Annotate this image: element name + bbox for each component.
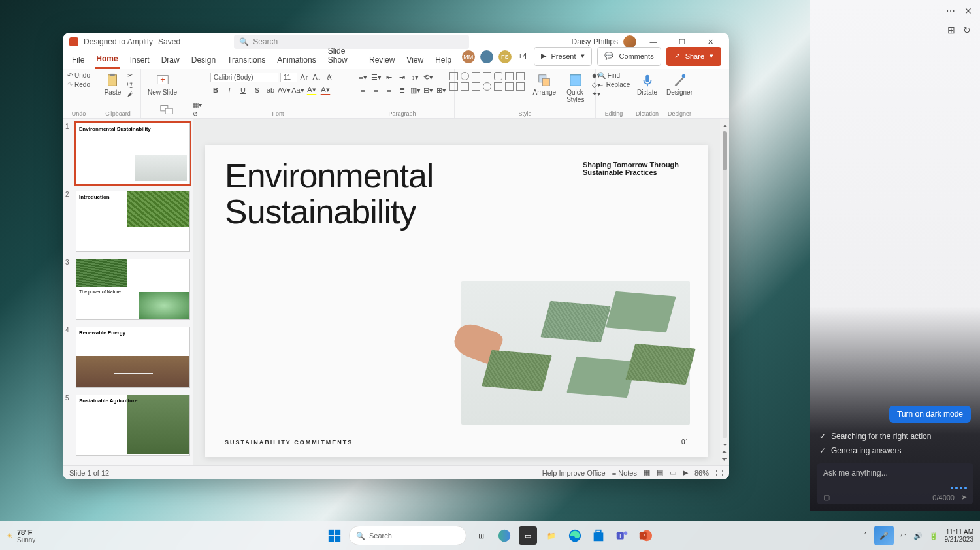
current-slide[interactable]: Environmental Sustainability Shaping Tom… <box>205 145 708 457</box>
clock[interactable]: 11:11 AM 9/21/2023 <box>945 528 974 543</box>
powerpoint-taskbar-icon[interactable]: P <box>636 526 655 545</box>
copilot-input-box[interactable]: Ask me anything... ▢ 0/4000 ➤ <box>817 463 973 504</box>
slide-subtitle-text[interactable]: Shaping Tomorrow Through Sustainable Pra… <box>583 161 687 176</box>
italic-button[interactable]: I <box>224 85 235 95</box>
share-button[interactable]: ↗Share▾ <box>666 47 721 66</box>
char-spacing-button[interactable]: AV▾ <box>279 85 289 95</box>
layout-button[interactable]: ▦▾ <box>193 101 202 108</box>
dictate-button[interactable]: Dictate <box>634 72 660 97</box>
copy-button[interactable]: ⿻ <box>127 81 134 88</box>
smartart-button[interactable]: ⊞▾ <box>436 85 447 95</box>
replace-button[interactable]: ↔ Replace <box>598 81 630 88</box>
explorer-icon[interactable]: ▭ <box>519 526 537 545</box>
tab-help[interactable]: Help <box>434 53 453 69</box>
increase-font-button[interactable]: A↑ <box>299 72 310 82</box>
tab-draw[interactable]: Draw <box>160 53 181 69</box>
redo-button[interactable]: ↷ Redo <box>67 81 90 88</box>
collaborator-avatar[interactable] <box>480 50 493 63</box>
copilot-tray-icon[interactable]: 🎤 <box>874 526 894 545</box>
taskbar-search[interactable]: 🔍Search <box>349 526 466 545</box>
shadow-button[interactable]: ab <box>265 85 276 95</box>
line-spacing-button[interactable]: ↕▾ <box>410 72 421 82</box>
tab-file[interactable]: File <box>71 53 86 69</box>
next-slide-icon[interactable]: ⏷ <box>721 455 728 462</box>
align-left-button[interactable]: ≡ <box>358 85 368 95</box>
thumbnail-3[interactable]: 3 The power of Nature <box>65 259 190 320</box>
collaborator-count[interactable]: +4 <box>517 49 529 65</box>
shapes-gallery[interactable] <box>449 72 525 91</box>
justify-button[interactable]: ≣ <box>397 85 408 95</box>
start-button[interactable] <box>325 526 344 545</box>
slide-image[interactable] <box>461 281 690 425</box>
tab-insert[interactable]: Insert <box>129 53 151 69</box>
copilot-taskbar-icon[interactable] <box>495 526 514 545</box>
prev-slide-icon[interactable]: ⏶ <box>721 448 728 455</box>
send-icon[interactable]: ➤ <box>961 493 967 502</box>
tab-home[interactable]: Home <box>95 52 119 69</box>
thumbnail-4[interactable]: 4 Renewable Energy <box>65 327 190 388</box>
font-color-button[interactable]: A▾ <box>320 85 331 95</box>
tab-slideshow[interactable]: Slide Show <box>327 44 359 69</box>
clear-format-button[interactable]: A̷ <box>324 72 335 82</box>
highlight-button[interactable]: A▾ <box>306 85 317 95</box>
thumbnail-5[interactable]: 5 Sustainable Agriculture <box>65 395 190 456</box>
arrange-button[interactable]: Arrange <box>531 72 559 97</box>
align-center-button[interactable]: ≡ <box>371 85 382 95</box>
store-icon[interactable] <box>589 526 608 545</box>
decrease-font-button[interactable]: A↓ <box>312 72 322 82</box>
reading-view-icon[interactable]: ▭ <box>670 468 676 477</box>
tray-chevron-icon[interactable]: ˄ <box>864 532 868 540</box>
align-right-button[interactable]: ≡ <box>384 85 395 95</box>
slideshow-view-icon[interactable]: ▶ <box>683 468 688 477</box>
tab-transitions[interactable]: Transitions <box>226 53 267 69</box>
volume-icon[interactable]: 🔊 <box>913 532 923 540</box>
columns-button[interactable]: ▥▾ <box>410 85 421 95</box>
text-direction-button[interactable]: ⟲▾ <box>423 72 434 82</box>
slide-canvas[interactable]: Environmental Sustainability Shaping Tom… <box>193 119 720 465</box>
format-painter-button[interactable]: 🖌 <box>127 90 134 97</box>
decrease-indent-button[interactable]: ⇤ <box>384 72 395 82</box>
user-avatar[interactable] <box>623 35 636 48</box>
weather-widget[interactable]: ☀ 78°F Sunny <box>7 528 35 543</box>
battery-icon[interactable]: 🔋 <box>929 532 938 540</box>
reset-button[interactable]: ↺ <box>193 110 202 118</box>
undo-button[interactable]: ↶ Undo <box>67 72 90 79</box>
fit-to-window-icon[interactable]: ⛶ <box>715 469 723 477</box>
normal-view-icon[interactable]: ▦ <box>644 468 650 477</box>
paste-button[interactable]: Paste <box>102 72 124 97</box>
designer-button[interactable]: Designer <box>664 72 695 97</box>
font-name-select[interactable]: Calibri (Body) <box>210 73 278 82</box>
align-text-button[interactable]: ⊟▾ <box>423 85 434 95</box>
bullets-button[interactable]: ≡▾ <box>358 72 368 82</box>
sorter-view-icon[interactable]: ▤ <box>657 468 663 477</box>
scroll-up-icon[interactable]: ▴ <box>723 121 727 129</box>
vertical-scrollbar[interactable]: ▴ ▾ ⏶ ⏷ <box>720 119 729 465</box>
thumbnail-1[interactable]: 1 Environmental Sustainability <box>65 123 190 184</box>
comments-button[interactable]: 💬Comments <box>597 47 661 66</box>
tab-animations[interactable]: Animations <box>276 53 317 69</box>
increase-indent-button[interactable]: ⇥ <box>397 72 408 82</box>
notes-button[interactable]: ≡ Notes <box>612 469 637 477</box>
strike-button[interactable]: S̶ <box>252 85 262 95</box>
more-icon[interactable]: ⋯ <box>946 6 955 16</box>
collaborator-avatar[interactable]: FS <box>498 50 512 63</box>
image-input-icon[interactable]: ▢ <box>823 493 830 502</box>
underline-button[interactable]: U <box>238 85 248 95</box>
cut-button[interactable]: ✂ <box>127 72 134 79</box>
tab-design[interactable]: Design <box>190 53 217 69</box>
edge-icon[interactable] <box>566 526 584 545</box>
teams-icon[interactable]: T <box>613 526 631 545</box>
tab-review[interactable]: Review <box>368 53 396 69</box>
numbering-button[interactable]: ☰▾ <box>371 72 382 82</box>
quick-styles-button[interactable]: Quick Styles <box>564 72 587 105</box>
folder-icon[interactable]: 📁 <box>542 526 561 545</box>
find-button[interactable]: 🔍 Find <box>598 72 630 79</box>
change-case-button[interactable]: Aa▾ <box>293 85 303 95</box>
zoom-level[interactable]: 86% <box>694 469 709 477</box>
close-icon[interactable]: ✕ <box>964 6 972 16</box>
present-button[interactable]: ▶Present▾ <box>534 47 593 66</box>
new-slide-button[interactable]: +New Slide <box>145 72 180 97</box>
thumbnail-2[interactable]: 2 Introduction <box>65 191 190 252</box>
layout-icon[interactable]: ⊞ <box>947 25 955 35</box>
copilot-input-field[interactable]: Ask me anything... <box>823 468 967 487</box>
